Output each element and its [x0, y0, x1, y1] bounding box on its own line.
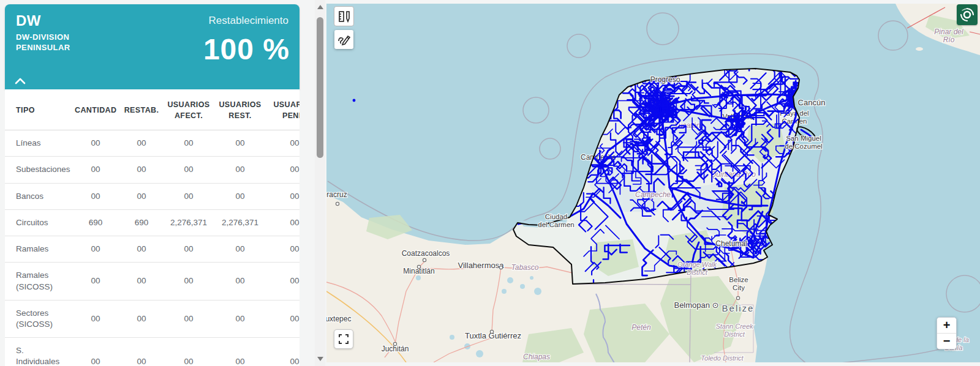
ruler-pen-icon: [337, 10, 351, 23]
row-value: 00: [120, 157, 163, 183]
map-label: Petén: [631, 323, 651, 332]
row-value: 00: [71, 157, 120, 183]
map-label: Campeche: [635, 190, 671, 199]
table-row: Subestaciones0000000000: [5, 157, 300, 183]
row-value: 00: [266, 338, 300, 366]
row-label: Ramales: [5, 236, 71, 263]
row-value: 00: [214, 236, 266, 263]
row-value: 00: [266, 157, 300, 183]
restoration-table: TIPOCANTIDADRESTAB.USUARIOS AFECT.USUARI…: [5, 89, 300, 366]
collapse-chevron-icon[interactable]: [13, 76, 27, 86]
measure-tool-button[interactable]: [334, 6, 354, 26]
map-label: Villahermosa: [458, 261, 505, 270]
row-value: 00: [214, 263, 266, 300]
row-value: 00: [120, 263, 163, 300]
fullscreen-icon: [338, 334, 349, 345]
row-value: 00: [266, 183, 300, 209]
map-label: Chetumal: [715, 239, 747, 248]
row-value: 00: [71, 263, 120, 300]
map-label: Chiapas: [523, 353, 550, 361]
column-header: RESTAB.: [120, 89, 163, 130]
row-value: 00: [120, 236, 163, 263]
row-value: 00: [214, 130, 266, 157]
network-dot: [353, 99, 356, 102]
row-label: Líneas: [5, 130, 71, 157]
row-value: 00: [71, 300, 120, 337]
town-marker: [736, 296, 739, 299]
map-label: Progreso: [650, 75, 680, 84]
scroll-down-arrow-icon[interactable]: [317, 357, 323, 361]
town-marker: [490, 330, 493, 333]
scroll-up-arrow-icon[interactable]: [317, 5, 323, 9]
fullscreen-button[interactable]: [334, 329, 353, 349]
map-label: Toledo District: [701, 354, 744, 362]
row-value: 00: [266, 300, 300, 337]
town-marker: [393, 342, 396, 345]
row-value: 00: [214, 338, 266, 366]
map-label: Coatzacoalcos: [402, 249, 450, 258]
dashboard: DW DW-DIVISION PENINSULAR Restablecimien…: [0, 0, 980, 366]
row-value: 00: [266, 209, 300, 236]
division-summary-card: DW DW-DIVISION PENINSULAR Restablecimien…: [5, 4, 300, 89]
row-value: 00: [120, 130, 163, 157]
row-label: Bancos: [5, 183, 71, 209]
map-label: Tuxtepec: [326, 315, 351, 323]
row-value: 2,276,371: [163, 209, 214, 236]
scrollbar-thumb[interactable]: [317, 17, 323, 158]
column-header: USUARIOS PEND.: [266, 89, 300, 130]
column-header: TIPO: [5, 89, 71, 130]
table-row: Circuitos6906902,276,3712,276,37100: [5, 209, 300, 236]
row-value: 690: [71, 209, 120, 236]
map-canvas[interactable]: MéridaValladolidCancúnPlaya delCarmenCam…: [326, 4, 980, 362]
row-value: 00: [163, 236, 214, 263]
column-header: CANTIDAD: [71, 89, 120, 130]
draw-tool-button[interactable]: [334, 30, 353, 49]
town-marker: [336, 202, 339, 205]
vertical-scrollbar[interactable]: [315, 0, 325, 366]
table-row: Sectores (SICOSS)0000000000: [5, 300, 300, 337]
table-row: Líneas0000000000: [5, 130, 300, 157]
map-label: Belmopan ⊙: [674, 301, 718, 310]
table-row: Ramales (SICOSS)0000000000: [5, 263, 300, 300]
table-row: Ramales0000000000: [5, 236, 300, 263]
map-label: Tabasco: [511, 263, 539, 272]
app-logo-button[interactable]: [957, 4, 978, 25]
row-value: 00: [71, 183, 120, 209]
row-value: 00: [71, 338, 120, 366]
row-value: 00: [214, 157, 266, 183]
zoom-in-button[interactable]: +: [937, 318, 956, 333]
row-label: Ramales (SICOSS): [5, 263, 71, 300]
restoration-percentage: 100 %: [203, 32, 290, 66]
map-svg[interactable]: MéridaValladolidCancúnPlaya delCarmenCam…: [326, 4, 980, 362]
row-label: Subestaciones: [5, 157, 71, 183]
row-value: 00: [163, 157, 214, 183]
pencil-scribble-icon: [337, 33, 351, 47]
map-label: Veracruz: [326, 190, 347, 199]
town-marker: [417, 265, 420, 268]
row-value: 00: [163, 300, 214, 337]
zoom-control: + −: [937, 317, 957, 349]
summary-panel: DW DW-DIVISION PENINSULAR Restablecimien…: [0, 0, 310, 366]
row-value: 00: [163, 263, 214, 300]
row-value: 00: [71, 236, 120, 263]
row-label: Sectores (SICOSS): [5, 300, 71, 337]
row-value: 00: [214, 300, 266, 337]
table-body: Líneas0000000000Subestaciones0000000000B…: [5, 130, 300, 366]
row-label: Circuitos: [5, 209, 71, 236]
row-value: 2,276,371: [214, 209, 266, 236]
row-value: 00: [163, 338, 214, 366]
column-header: USUARIOS AFECT.: [163, 89, 214, 130]
restoration-label: Restablecimiento: [209, 15, 288, 27]
zoom-out-button[interactable]: −: [937, 334, 956, 349]
row-value: 00: [120, 300, 163, 337]
row-label: S. Individuales (SICOSS): [5, 338, 71, 366]
row-value: 00: [266, 236, 300, 263]
town-marker: [499, 266, 502, 269]
map-label: San Miguelde Cozumel: [785, 135, 822, 150]
row-value: 00: [120, 183, 163, 209]
row-value: 00: [214, 183, 266, 209]
table-row: S. Individuales (SICOSS)0000000000: [5, 338, 300, 366]
restoration-table-card: TIPOCANTIDADRESTAB.USUARIOS AFECT.USUARI…: [5, 89, 300, 366]
swirl-logo-icon: [959, 7, 975, 23]
town-marker: [423, 258, 426, 261]
